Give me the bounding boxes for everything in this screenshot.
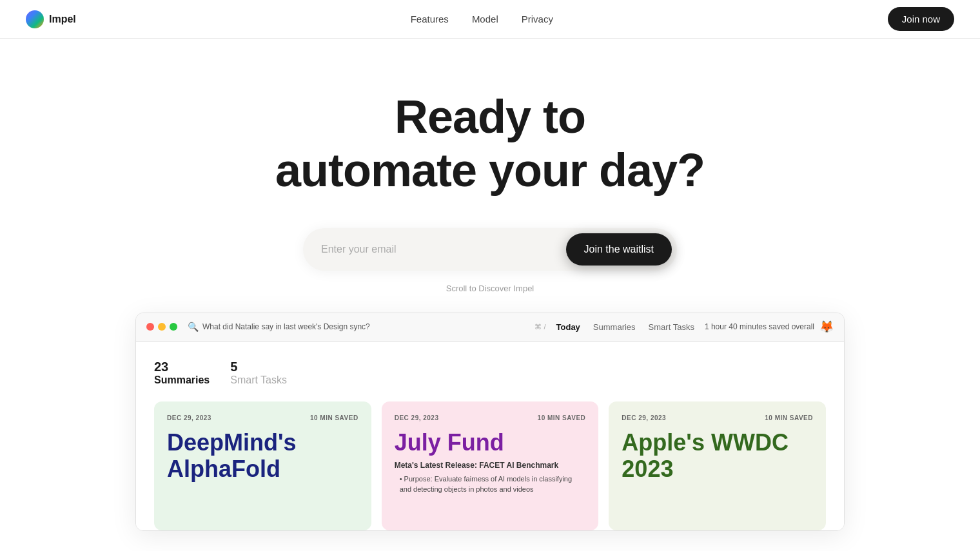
card-julyfund-date: DEC 29, 2023 xyxy=(395,414,439,421)
card-julyfund-title: July Fund xyxy=(395,429,586,456)
smart-tasks-stat: 5 Smart Tasks xyxy=(230,360,287,386)
hero-title-line1: Ready to xyxy=(275,90,705,144)
summaries-count: 23 xyxy=(154,360,210,374)
nav-model[interactable]: Model xyxy=(472,14,498,24)
time-saved-text: 1 hour 40 minutes saved overall xyxy=(705,322,814,331)
minimize-button-dot xyxy=(158,323,166,331)
card-deepmind: DEC 29, 2023 10 MIN SAVED DeepMind's Alp… xyxy=(154,401,371,530)
nav-privacy[interactable]: Privacy xyxy=(522,14,553,24)
card-apple-saved: 10 MIN SAVED xyxy=(765,414,813,421)
smart-tasks-count: 5 xyxy=(230,360,287,374)
summaries-label: Summaries xyxy=(154,374,210,386)
logo-icon xyxy=(26,10,44,28)
app-body: 23 Summaries 5 Smart Tasks DEC 29, 2023 … xyxy=(136,342,844,530)
card-apple: DEC 29, 2023 10 MIN SAVED Apple's WWDC 2… xyxy=(609,401,826,530)
hero-title-line2: automate your day? xyxy=(275,144,705,197)
app-screenshot: 🔍 What did Natalie say in last week's De… xyxy=(135,313,845,531)
tab-today[interactable]: Today xyxy=(556,320,580,334)
hero-title: Ready to automate your day? xyxy=(275,90,705,197)
search-icon: 🔍 xyxy=(188,322,199,332)
scroll-hint: Scroll to Discover Impel xyxy=(446,284,534,293)
card-julyfund: DEC 29, 2023 10 MIN SAVED July Fund Meta… xyxy=(382,401,599,530)
join-now-button[interactable]: Join now xyxy=(888,7,954,31)
app-stats: 23 Summaries 5 Smart Tasks xyxy=(154,360,826,386)
card-deepmind-saved: 10 MIN SAVED xyxy=(310,414,358,421)
user-avatar: 🦊 xyxy=(819,320,834,334)
card-deepmind-title: DeepMind's AlphaFold xyxy=(167,429,358,483)
card-julyfund-saved: 10 MIN SAVED xyxy=(538,414,586,421)
app-titlebar: 🔍 What did Natalie say in last week's De… xyxy=(136,313,844,342)
email-form: Join the waitlist xyxy=(303,228,677,271)
maximize-button-dot xyxy=(170,323,177,331)
nav-links: Features Model Privacy xyxy=(411,14,553,24)
email-input[interactable] xyxy=(321,238,566,260)
search-query-text: What did Natalie say in last week's Desi… xyxy=(202,322,528,331)
logo[interactable]: Impel xyxy=(26,10,76,28)
card-julyfund-bullet: Purpose: Evaluate fairness of AI models … xyxy=(395,474,586,495)
cards-row: DEC 29, 2023 10 MIN SAVED DeepMind's Alp… xyxy=(154,401,826,530)
logo-text: Impel xyxy=(49,14,76,25)
traffic-lights xyxy=(146,323,177,331)
hero-section: Ready to automate your day? Join the wai… xyxy=(0,39,980,551)
close-button-dot xyxy=(146,323,154,331)
card-deepmind-date: DEC 29, 2023 xyxy=(167,414,211,421)
time-saved-bar: 1 hour 40 minutes saved overall 🦊 xyxy=(705,320,834,334)
summaries-stat: 23 Summaries xyxy=(154,360,210,386)
app-nav-tabs: Today Summaries Smart Tasks xyxy=(556,320,694,334)
tab-smart-tasks[interactable]: Smart Tasks xyxy=(649,320,694,334)
card-apple-date: DEC 29, 2023 xyxy=(622,414,666,421)
tab-summaries[interactable]: Summaries xyxy=(593,320,636,334)
card-julyfund-subtitle: Meta's Latest Release: FACET AI Benchmar… xyxy=(395,461,586,470)
smart-tasks-label: Smart Tasks xyxy=(230,374,287,386)
nav-features[interactable]: Features xyxy=(411,14,449,24)
card-apple-title: Apple's WWDC 2023 xyxy=(622,429,813,483)
navbar: Impel Features Model Privacy Join now xyxy=(0,0,980,39)
join-waitlist-button[interactable]: Join the waitlist xyxy=(566,233,672,266)
search-shortcut: ⌘ / xyxy=(534,323,545,331)
search-area: 🔍 What did Natalie say in last week's De… xyxy=(188,322,546,332)
